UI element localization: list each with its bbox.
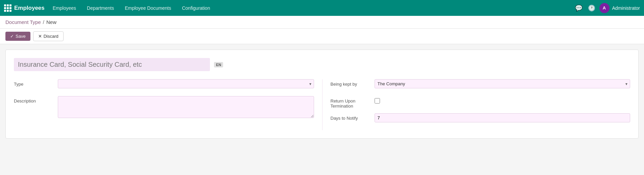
form-grid: Type Description [14,79,630,130]
app-title: Employees [14,5,45,11]
topbar-nav: Employees Departments Employee Documents… [47,0,574,16]
days-to-notify-input[interactable] [375,113,630,122]
avatar[interactable]: A [599,3,610,13]
description-textarea[interactable] [58,96,314,118]
action-bar: ✓ Save ✕ Discard [0,29,644,44]
check-icon: ✓ [10,34,14,39]
nav-employee-documents[interactable]: Employee Documents [119,0,176,16]
return-upon-termination-row: Return Upon Termination [331,96,630,109]
breadcrumb-separator: / [43,19,44,25]
topbar-actions: 💬 🕐 A Administrator [574,3,640,13]
form-right: Being kept by The Company Return Upon Te… [322,79,630,130]
breadcrumb-parent[interactable]: Document Type [5,19,41,25]
chat-icon-button[interactable]: 💬 [574,3,584,13]
app-logo[interactable]: Employees [4,4,45,12]
save-button[interactable]: ✓ Save [5,32,30,41]
form-left: Type Description [14,79,322,130]
save-label: Save [16,34,26,39]
days-to-notify-label: Days to Notify [331,113,375,121]
nav-configuration[interactable]: Configuration [176,0,215,16]
days-to-notify-field [375,113,630,122]
type-row: Type [14,79,314,91]
days-to-notify-row: Days to Notify [331,113,630,125]
return-upon-termination-field [375,96,630,104]
main-content: EN Type Description [0,44,644,144]
being-kept-by-field: The Company [375,79,630,88]
topbar: Employees Employees Departments Employee… [0,0,644,16]
nav-employees[interactable]: Employees [47,0,81,16]
breadcrumb-current: New [46,19,56,25]
type-label: Type [14,79,58,87]
description-row: Description [14,96,314,119]
title-row: EN [14,58,630,71]
being-kept-by-label: Being kept by [331,79,375,87]
description-label: Description [14,96,58,104]
form-card: EN Type Description [5,50,639,139]
discard-label: Discard [44,34,58,39]
type-field [58,79,314,88]
admin-label[interactable]: Administrator [612,5,640,11]
lang-badge[interactable]: EN [214,62,223,67]
document-title-input[interactable] [14,58,210,71]
being-kept-by-select[interactable]: The Company [375,79,630,88]
breadcrumb: Document Type / New [0,16,644,29]
discard-button[interactable]: ✕ Discard [33,31,64,41]
return-upon-termination-checkbox[interactable] [375,98,380,104]
being-kept-by-row: Being kept by The Company [331,79,630,91]
grid-icon [4,4,11,12]
return-upon-termination-label: Return Upon Termination [331,96,375,109]
clock-icon-button[interactable]: 🕐 [587,3,597,13]
x-icon: ✕ [38,34,42,39]
description-field [58,96,314,119]
nav-departments[interactable]: Departments [81,0,119,16]
type-select[interactable] [58,79,314,88]
